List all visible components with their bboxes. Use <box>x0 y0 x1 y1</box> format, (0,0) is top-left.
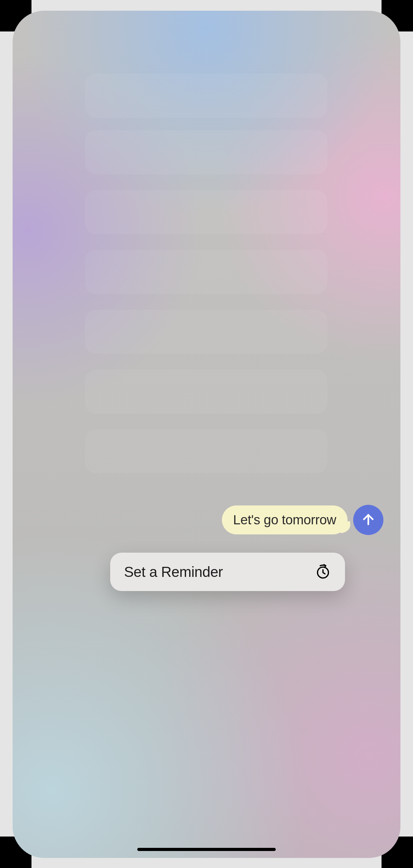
menu-item-label: Set a Reminder <box>124 563 223 580</box>
blur-panel <box>85 250 327 294</box>
message-bubble-wrap[interactable]: Let's go tomorrow <box>222 505 348 534</box>
blur-panel <box>85 370 327 413</box>
home-indicator[interactable] <box>137 848 276 851</box>
message-bubble: Let's go tomorrow <box>222 505 348 534</box>
blur-panel <box>85 130 327 174</box>
bubble-tail <box>341 522 351 532</box>
menu-item-set-reminder[interactable]: Set a Reminder <box>124 563 331 580</box>
blur-panel <box>85 190 327 234</box>
blur-panel <box>85 310 327 354</box>
blur-panel <box>85 429 327 473</box>
arrow-up-icon <box>361 512 376 528</box>
message-text: Let's go tomorrow <box>233 513 336 527</box>
clock-arrow-icon <box>315 564 331 580</box>
send-button[interactable] <box>353 505 383 535</box>
device-screen: Let's go tomorrow Set a Reminder <box>12 11 401 858</box>
context-menu: Set a Reminder <box>110 553 345 591</box>
message-row: Let's go tomorrow <box>222 505 383 535</box>
blur-panel <box>85 74 327 118</box>
